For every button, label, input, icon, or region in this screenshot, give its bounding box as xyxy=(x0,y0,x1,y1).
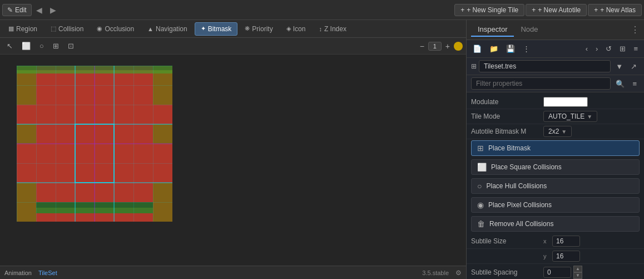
tileset-selector: ⊞ Tileset.tres ▼ ↗ xyxy=(467,58,644,75)
navigation-icon: ▲ xyxy=(147,26,153,32)
place-bitmask-button[interactable]: ⊞ Place Bitmask xyxy=(471,140,640,156)
subtile-size-value: x xyxy=(543,236,640,247)
inspector-toolbar: 📄 📁 💾 ⋮ ‹ › ↺ ⊞ ≡ xyxy=(467,40,644,58)
tab-z-index[interactable]: ↕ Z Index xyxy=(313,22,353,36)
z-index-icon: ↕ xyxy=(319,26,322,32)
prev-arrow-button[interactable]: ‹ xyxy=(583,43,591,55)
left-panel: ▦ Region ⬚ Collision ◉ Occlusion ▲ Navig… xyxy=(0,20,466,279)
place-hull-button[interactable]: ○ Place Hull Collisions xyxy=(471,178,640,194)
subtile-size-y-input-row: y xyxy=(543,251,580,262)
x-label: x xyxy=(543,238,550,244)
grid-view-button[interactable]: ⊞ xyxy=(617,43,628,55)
forward-button[interactable]: ▶ xyxy=(47,4,60,16)
tab-priority[interactable]: ❋ Priority xyxy=(239,22,279,36)
tab-collision[interactable]: ⬚ Collision xyxy=(44,22,90,36)
icon-tab-icon: ◈ xyxy=(286,25,291,32)
place-square-button[interactable]: ⬜ Place Square Collisions xyxy=(471,159,640,175)
subtile-spacing-row: Subtile Spacing ▲ ▼ xyxy=(467,264,644,279)
subtile-size-x-input[interactable] xyxy=(552,236,580,247)
bitmask-mode-text: 2x2 xyxy=(548,128,559,135)
bitmask-mode-arrow: ▼ xyxy=(561,129,567,135)
plus-icon-3: + xyxy=(594,6,598,14)
tile-mode-dropdown[interactable]: AUTO_TILE ▼ xyxy=(543,111,597,122)
new-autotile-button[interactable]: + + New Autotile xyxy=(526,4,587,16)
place-pixel-button[interactable]: ◉ Place Pixel Collisions xyxy=(471,197,640,213)
edit-label: Edit xyxy=(15,6,27,14)
canvas-area[interactable] xyxy=(0,55,466,266)
place-square-label: Place Square Collisions xyxy=(491,163,562,171)
new-single-tile-button[interactable]: + + New Single Tile xyxy=(454,4,524,16)
node-tab[interactable]: Node xyxy=(514,23,544,37)
modulate-color-swatch[interactable] xyxy=(543,97,588,107)
priority-icon: ❋ xyxy=(245,25,250,32)
subtile-size-y-row: y xyxy=(467,249,644,264)
subtile-size-x-row: x xyxy=(543,236,580,247)
tab-occlusion[interactable]: ◉ Occlusion xyxy=(91,22,140,36)
bitmask-mode-value: 2x2 ▼ xyxy=(543,126,640,137)
edit-button[interactable]: ✎ Edit xyxy=(2,4,32,16)
place-hull-label: Place Hull Collisions xyxy=(486,182,547,190)
tab-region-label: Region xyxy=(16,25,37,33)
subtile-size-y-input[interactable] xyxy=(552,251,580,262)
tileset-name[interactable]: Tileset.tres xyxy=(479,60,611,72)
more-options-button[interactable]: ⋮ xyxy=(520,43,533,55)
tab-icon-label: Icon xyxy=(293,25,306,33)
tab-priority-label: Priority xyxy=(252,25,273,33)
place-pixel-row: ◉ Place Pixel Collisions xyxy=(467,196,644,215)
tile-mode-arrow: ▼ xyxy=(587,114,592,120)
line-tool-button[interactable]: ⊞ xyxy=(49,40,62,52)
square-tool-button[interactable]: ⬜ xyxy=(18,40,34,52)
new-atlas-button[interactable]: + + New Atlas xyxy=(588,4,642,16)
place-hull-row: ○ Place Hull Collisions xyxy=(467,177,644,196)
main-content: ▦ Region ⬚ Collision ◉ Occlusion ▲ Navig… xyxy=(0,20,644,279)
new-script-button[interactable]: 📄 xyxy=(470,43,484,55)
tab-bitmask[interactable]: ✦ Bitmask xyxy=(195,22,238,36)
tab-region[interactable]: ▦ Region xyxy=(2,22,43,36)
tab-navigation[interactable]: ▲ Navigation xyxy=(141,22,194,36)
save-button[interactable]: 💾 xyxy=(503,43,518,55)
filter-search-button[interactable]: 🔍 xyxy=(613,78,627,90)
tab-collision-label: Collision xyxy=(58,25,83,33)
inspector-tab[interactable]: Inspector xyxy=(471,23,514,37)
tileset-tab[interactable]: TileSet xyxy=(38,270,57,276)
subtile-spacing-label: Subtile Spacing xyxy=(471,268,543,276)
tab-icon[interactable]: ◈ Icon xyxy=(280,22,312,36)
plus-icon: + xyxy=(460,6,464,14)
remove-collisions-button[interactable]: 🗑 Remove All Collisions xyxy=(471,216,640,232)
modulate-value xyxy=(543,97,640,107)
filter-options-button[interactable]: ≡ xyxy=(630,78,640,90)
animation-tab[interactable]: Animation xyxy=(4,270,32,276)
filter-input[interactable] xyxy=(471,77,611,90)
inspector-more-icon[interactable]: ⋮ xyxy=(631,25,640,35)
list-view-button[interactable]: ≡ xyxy=(631,43,641,55)
occlusion-icon: ◉ xyxy=(97,25,102,32)
tileset-link-button[interactable]: ↗ xyxy=(628,61,640,72)
grid-tool-button[interactable]: ⊡ xyxy=(65,40,77,52)
history-button[interactable]: ↺ xyxy=(603,43,615,55)
spinner-up[interactable]: ▲ xyxy=(573,266,582,272)
zoom-in-button[interactable]: + xyxy=(444,42,452,51)
bitmask-mode-dropdown[interactable]: 2x2 ▼ xyxy=(543,126,572,137)
tab-bitmask-label: Bitmask xyxy=(208,25,232,33)
open-file-button[interactable]: 📁 xyxy=(487,43,501,55)
next-arrow-button[interactable]: › xyxy=(593,43,601,55)
place-bitmask-row: ⊞ Place Bitmask xyxy=(467,139,644,158)
tile-mode-text: AUTO_TILE xyxy=(548,112,584,120)
zoom-out-button[interactable]: − xyxy=(418,42,426,51)
settings-icon[interactable]: ⚙ xyxy=(455,269,462,277)
tile-editor: ↖ ⬜ ○ ⊞ ⊡ − 1 + xyxy=(0,38,466,266)
subtile-spacing-input[interactable] xyxy=(543,267,571,278)
tab-z-index-label: Z Index xyxy=(324,25,346,33)
tileset-grid-icon: ⊞ xyxy=(471,62,477,70)
zoom-indicator xyxy=(454,42,463,51)
back-button[interactable]: ◀ xyxy=(33,4,46,16)
modulate-label: Modulate xyxy=(471,98,543,106)
tileset-dropdown-button[interactable]: ▼ xyxy=(613,61,626,72)
circle-tool-button[interactable]: ○ xyxy=(36,40,47,52)
spinner-down[interactable]: ▼ xyxy=(573,272,582,279)
filter-row: 🔍 ≡ xyxy=(467,75,644,92)
select-tool-button[interactable]: ↖ xyxy=(3,40,16,52)
tab-occlusion-label: Occlusion xyxy=(105,25,134,33)
top-toolbar: ✎ Edit ◀ ▶ + + New Single Tile + + New A… xyxy=(0,0,644,20)
subtile-size-label: Subtile Size xyxy=(471,237,543,245)
